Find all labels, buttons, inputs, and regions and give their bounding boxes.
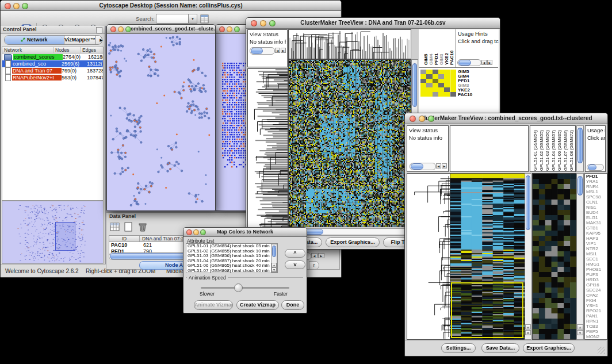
maximize-icon[interactable] (269, 20, 276, 26)
gene-label[interactable]: PAN1 (586, 313, 607, 319)
usage-hints-scrollbar[interactable] (457, 59, 481, 66)
matrix-cell[interactable] (444, 87, 450, 92)
attribute-list[interactable]: GPL51-01 (GSM854) heat shock 05 minGPL51… (186, 243, 278, 273)
new-attribute-icon[interactable] (123, 221, 135, 233)
matrix-cell[interactable] (420, 87, 426, 92)
minimize-icon[interactable] (260, 20, 266, 26)
gene-label[interactable]: MAK31 (586, 220, 607, 225)
save-data-button[interactable]: Save Data... (481, 343, 519, 353)
view-status-scrollbar[interactable] (250, 47, 275, 55)
gene-label[interactable]: SPC98 (586, 194, 607, 200)
matrix-cell[interactable] (438, 92, 444, 97)
matrix-cell[interactable] (420, 79, 426, 83)
maximize-icon[interactable] (234, 26, 240, 32)
matrix-cell[interactable] (426, 79, 432, 83)
array-column-label[interactable]: GPL51-01 (GSM854) (533, 128, 538, 171)
minimize-icon[interactable] (13, 3, 20, 9)
network-list-row[interactable]: combined_scores2764(0)16218(0) (2, 53, 103, 60)
delete-attribute-icon[interactable] (137, 221, 148, 233)
treeview2-row-dendrogram[interactable] (407, 173, 450, 340)
maximize-icon[interactable] (22, 3, 28, 9)
gene-label[interactable]: SEC24 (586, 288, 607, 293)
treeview2-heatmap[interactable] (450, 173, 525, 340)
maximize-icon[interactable] (200, 229, 206, 235)
network2-canvas[interactable] (222, 63, 246, 168)
matrix-cell[interactable] (450, 79, 456, 83)
gene-label[interactable]: NTR2 (586, 246, 607, 251)
scroll-thumb[interactable] (577, 176, 583, 196)
tab-vizmapper[interactable]: VizMapper™ (64, 36, 96, 44)
scroll-thumb[interactable] (272, 246, 276, 257)
matrix-cell[interactable] (444, 74, 450, 79)
main-titlebar[interactable]: Cytoscape Desktop (Session Name: collins… (1, 1, 341, 11)
array-column-label[interactable]: YKE2 (444, 53, 449, 65)
float-panel-icon[interactable] (96, 27, 102, 33)
treeview2-column-labels[interactable]: GPL51-01 (GSM854)GPL51-02 (GSM855)GPL51-… (530, 125, 576, 172)
array-column-label[interactable]: GPL51-06 (GSM865) (557, 128, 562, 171)
scroll-up-icon[interactable]: ▲ (271, 263, 277, 267)
network-list-row[interactable]: combined_sco2569(6)13112(15) (2, 60, 103, 67)
scroll-thumb[interactable] (526, 175, 530, 230)
close-icon[interactable] (410, 116, 416, 122)
gene-label[interactable]: PUF3 (586, 272, 607, 277)
treeview2-titlebar[interactable]: ClusterMaker TreeView : combined_scores_… (405, 113, 607, 124)
close-icon[interactable] (251, 20, 257, 26)
array-column-label[interactable]: GIM4 (429, 53, 434, 65)
animate-vizmap-button[interactable]: Animate Vizmap (194, 300, 233, 310)
scroll-up-icon[interactable]: ▲ (577, 324, 583, 329)
matrix-cell[interactable] (426, 70, 432, 74)
move-up-button[interactable]: ^ (285, 249, 305, 258)
array-column-label[interactable]: GPL51-07 (GSM868) (563, 128, 568, 171)
gene-label[interactable]: YRA1 (586, 179, 607, 184)
array-column-label[interactable]: GPL51-04 (GSM857) (551, 128, 556, 171)
matrix-cell[interactable] (450, 92, 456, 97)
matrix-cell[interactable] (433, 92, 438, 97)
gene-label[interactable]: HAP3 (586, 236, 607, 241)
treeview2-heatmap-scrollbar[interactable]: ▲ ▼ (525, 173, 531, 340)
matrix-cell[interactable] (433, 74, 438, 79)
scroll-right-icon[interactable]: ▶ (281, 48, 286, 53)
treeview1-heatmap[interactable] (288, 59, 411, 227)
gene-label[interactable]: GPI16 (586, 282, 607, 288)
array-column-label[interactable]: GPL51-03 (GSM856) (545, 128, 550, 171)
export-graphics-button[interactable]: Export Graphics... (326, 237, 380, 247)
treeview2-top-scrollbar[interactable] (576, 125, 584, 172)
treeview1-row-labels[interactable]: GIM5GIM4PFD1GIM3YKE2PAC10 (458, 70, 497, 98)
matrix-cell[interactable] (420, 92, 426, 97)
network-table-header[interactable]: Network Nodes Edges (2, 47, 104, 53)
scroll-thumb[interactable] (577, 128, 583, 163)
scroll-thumb[interactable] (412, 63, 417, 107)
treeview2-gene-list[interactable]: PFD1YRA1RNR4MSL1SPC98CLN1NIS1BUD4ELG1MAK… (584, 173, 607, 340)
network1-canvas[interactable] (107, 34, 214, 210)
matrix-cell[interactable] (420, 70, 426, 74)
network-list-row[interactable]: DNA and Tran 07769(0)183728(0) (2, 67, 103, 74)
gene-label[interactable]: GTB1 (586, 225, 607, 231)
gene-label[interactable]: ELG1 (586, 215, 607, 220)
close-icon[interactable] (5, 3, 11, 9)
tab-edge-attribute-fragment[interactable]: r (309, 261, 319, 270)
matrix-cell[interactable] (438, 70, 444, 74)
search-dropdown-arrow[interactable]: ▼ (188, 14, 197, 24)
gene-label[interactable]: HRD3 (586, 277, 607, 282)
matrix-cell[interactable] (433, 79, 438, 83)
scroll-right-icon[interactable]: ▶ (442, 163, 447, 168)
network-list-row[interactable]: RNAPuberNov2+I563(0)107847(0) (2, 74, 103, 81)
matrix-cell[interactable] (433, 70, 438, 74)
matrix-cell[interactable] (438, 83, 444, 87)
treeview2-column-dendrogram[interactable] (450, 125, 529, 172)
close-icon[interactable] (110, 26, 116, 32)
minimize-icon[interactable] (193, 229, 199, 235)
view-status-scrollbar[interactable] (410, 163, 436, 170)
scroll-right-icon[interactable]: ▶ (487, 60, 492, 65)
done-button[interactable]: Done (281, 300, 304, 310)
gene-label[interactable]: PAC10 (458, 93, 497, 97)
matrix-cell[interactable] (433, 83, 438, 87)
treeview1-column-dendrogram[interactable] (288, 29, 411, 59)
scroll-up-icon[interactable]: ▲ (525, 324, 531, 329)
scroll-down-icon[interactable]: ▼ (577, 330, 583, 335)
scroll-down-icon[interactable]: ▼ (271, 267, 277, 272)
treeview1-titlebar[interactable]: ClusterMaker TreeView : DNA and Tran 07-… (246, 18, 500, 29)
maximize-icon[interactable] (428, 116, 434, 122)
array-column-label[interactable]: PFD1 (434, 53, 439, 65)
treeview1-summary-matrix[interactable] (420, 70, 456, 97)
